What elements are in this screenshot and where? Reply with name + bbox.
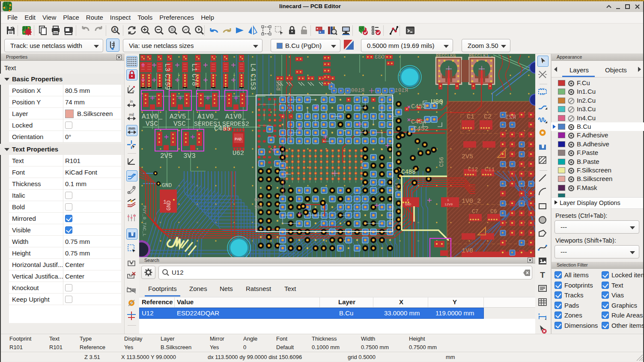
- svg-text:R64: R64: [395, 183, 400, 190]
- svg-text:1: 1: [447, 198, 449, 202]
- svg-text:L1: L1: [190, 63, 198, 71]
- svg-text:GND: GND: [166, 200, 172, 211]
- svg-text:VSC: VSC: [173, 120, 186, 128]
- svg-text:C485: C485: [214, 125, 230, 133]
- svg-text:C488: C488: [401, 169, 416, 175]
- svg-text:mil: mil: [129, 113, 134, 117]
- svg-text:C11: C11: [485, 166, 495, 173]
- svg-text:mm: mm: [128, 126, 135, 131]
- svg-text:R55: R55: [276, 80, 283, 91]
- svg-text:C1: C1: [467, 113, 474, 121]
- svg-text:VSC: VSC: [146, 120, 158, 128]
- svg-text:C12: C12: [468, 166, 478, 173]
- svg-text:in: in: [130, 99, 133, 104]
- svg-text:1V0: 1V0: [462, 247, 473, 255]
- svg-text:θ: θ: [132, 89, 134, 93]
- svg-text:A1V0_: A1V0_: [142, 113, 162, 121]
- svg-text:R62: R62: [254, 205, 262, 210]
- svg-text:GND: GND: [405, 202, 411, 206]
- svg-text:T: T: [540, 270, 545, 279]
- svg-text:A1V0_: A1V0_: [225, 113, 246, 121]
- svg-text:PUY_0_TAC_L: PUY_0_TAC_L: [142, 205, 147, 237]
- svg-text:C453: C453: [411, 103, 426, 110]
- svg-text:C7: C7: [472, 208, 479, 215]
- svg-text:2V5: 2V5: [462, 153, 473, 160]
- svg-text:C78: C78: [190, 74, 198, 86]
- svg-text:C33: C33: [375, 54, 385, 60]
- svg-text:A2V5_: A2V5_: [170, 113, 190, 121]
- svg-text:U62: U62: [233, 150, 244, 157]
- svg-text:L3: L3: [163, 63, 171, 71]
- svg-text:RECCLK0: RECCLK0: [436, 54, 456, 58]
- svg-text:GND: GND: [162, 182, 172, 189]
- svg-text:C6: C6: [490, 208, 497, 215]
- svg-text:R101: R101: [395, 87, 408, 94]
- svg-text:r: r: [129, 84, 130, 88]
- svg-text:U60: U60: [431, 98, 443, 106]
- svg-text:RECCLK1: RECCLK1: [469, 54, 489, 58]
- svg-text:R21: R21: [505, 114, 516, 121]
- svg-text:C454: C454: [411, 119, 426, 126]
- svg-text:A: A: [113, 27, 116, 32]
- svg-text:L4: L4: [249, 63, 256, 71]
- svg-text:C153: C153: [249, 74, 256, 90]
- svg-text:C56: C56: [438, 157, 445, 167]
- svg-text:R50: R50: [254, 198, 262, 202]
- svg-text:C159: C159: [163, 74, 171, 90]
- svg-text:A1V0_: A1V0_: [197, 113, 218, 121]
- svg-text:3V3: 3V3: [183, 152, 196, 160]
- svg-text:1V0_2: 1V0_2: [462, 198, 481, 205]
- svg-text:12V0: 12V0: [444, 202, 453, 206]
- svg-text:C452: C452: [413, 125, 429, 133]
- svg-text:2: 2: [407, 198, 409, 202]
- svg-text:C2: C2: [484, 113, 492, 121]
- svg-text:2V5: 2V5: [160, 152, 173, 160]
- svg-text:R100: R100: [351, 87, 364, 94]
- svg-text:PAD: PAD: [235, 137, 242, 142]
